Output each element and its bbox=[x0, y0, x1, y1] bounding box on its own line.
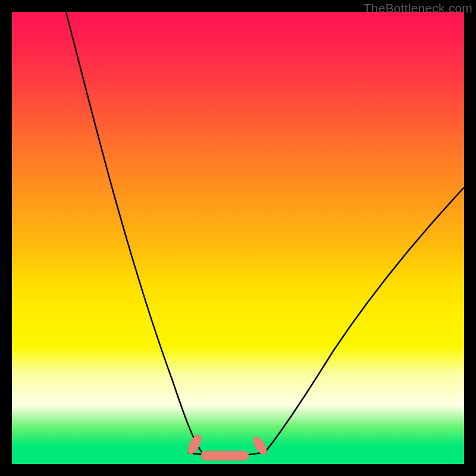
chart-frame: TheBottleneck.com bbox=[0, 0, 476, 476]
chart-background-gradient bbox=[12, 12, 464, 464]
watermark-text: TheBottleneck.com bbox=[364, 1, 472, 15]
